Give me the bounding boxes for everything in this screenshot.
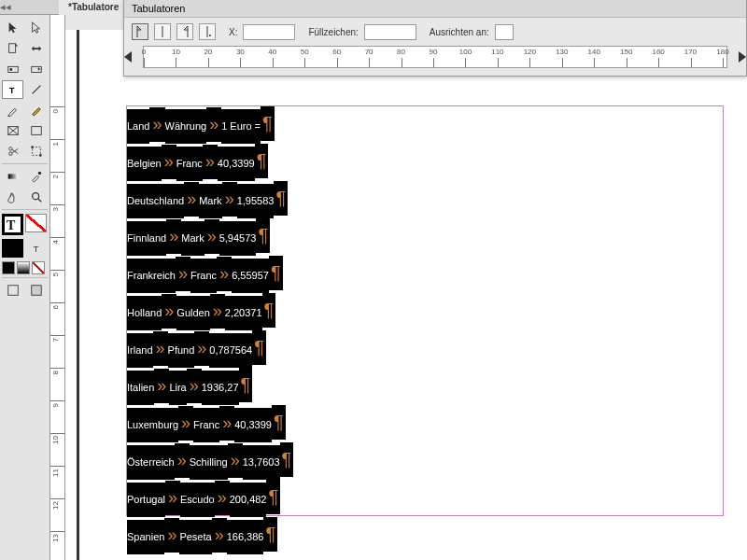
tab-ruler[interactable]: 0102030405060708090100110120130140150160… — [143, 46, 727, 68]
selection-tool[interactable] — [2, 19, 23, 37]
svg-text:T: T — [33, 244, 38, 254]
tabs-panel: Tabulatoren X: Füllzeichen: Ausrichten a… — [123, 0, 747, 77]
content-collector-tool[interactable] — [2, 60, 23, 78]
vertical-ruler: 01234567891011121314 — [50, 15, 65, 560]
text-line[interactable]: Holland»Gulden»2,20371¶ — [127, 293, 723, 330]
svg-text:T: T — [8, 85, 14, 95]
zoom-tool[interactable] — [25, 188, 47, 206]
tab-align-decimal[interactable] — [199, 23, 216, 40]
x-input[interactable] — [243, 24, 295, 40]
svg-rect-9 — [31, 127, 41, 135]
svg-rect-14 — [32, 147, 40, 156]
text-line[interactable]: Italien»Lira»1936,27¶ — [127, 368, 723, 405]
tabs-panel-controls: X: Füllzeichen: Ausrichten an: — [124, 18, 746, 46]
svg-rect-1 — [7, 66, 18, 72]
stroke-color-swatch[interactable] — [25, 214, 47, 232]
tabs-panel-title: Tabulatoren — [124, 0, 746, 18]
text-line[interactable]: Belgien»Franc»40,3399¶ — [127, 144, 723, 181]
view-mode-normal[interactable] — [2, 281, 23, 300]
align-input[interactable] — [495, 24, 514, 40]
svg-point-10 — [8, 152, 12, 156]
svg-rect-22 — [7, 286, 18, 296]
svg-rect-17 — [7, 174, 18, 178]
rectangle-tool[interactable] — [25, 121, 47, 140]
x-label: X: — [229, 27, 237, 37]
svg-point-15 — [31, 146, 34, 148]
fill-label: Füllzeichen: — [308, 27, 358, 37]
svg-point-11 — [8, 147, 12, 151]
formatting-text[interactable]: T — [25, 239, 47, 258]
text-line[interactable]: Deutschland»Mark»1,95583¶ — [127, 181, 723, 218]
svg-point-24 — [209, 35, 211, 36]
text-line[interactable]: Spanien»Peseta»166,386¶ — [127, 517, 723, 554]
pencil-tool[interactable] — [25, 101, 47, 119]
gradient-tool[interactable] — [2, 167, 23, 186]
line-tool[interactable] — [25, 80, 47, 99]
content-placer-tool[interactable] — [25, 60, 47, 78]
text-line[interactable]: Finnland»Mark»5,94573¶ — [127, 218, 723, 256]
tab-align-right[interactable] — [176, 23, 193, 40]
collapse-icon[interactable]: ◂◂ — [0, 1, 9, 13]
text-line[interactable]: Österreich»Schilling»13,7603¶ — [127, 442, 723, 480]
svg-rect-23 — [31, 286, 41, 296]
fill-color-swatch[interactable]: T — [2, 214, 23, 235]
svg-rect-0 — [8, 44, 15, 53]
svg-line-12 — [12, 149, 18, 153]
tab-align-center[interactable] — [154, 23, 171, 40]
rectangle-frame-tool[interactable] — [2, 121, 23, 140]
svg-line-5 — [32, 86, 40, 94]
tab-align-left[interactable] — [132, 23, 148, 40]
page-edge — [77, 30, 79, 560]
text-content[interactable]: Land»Währung»1 Euro =¶Belgien»Franc»40,3… — [127, 106, 723, 560]
text-line[interactable]: Irland»Pfund»0,787564¶ — [127, 330, 723, 368]
page-tool[interactable] — [2, 39, 23, 58]
svg-rect-2 — [9, 68, 12, 71]
text-line[interactable]: Land»Währung»1 Euro =¶ — [127, 106, 723, 144]
default-fill[interactable] — [2, 261, 15, 274]
svg-line-13 — [12, 148, 18, 152]
scissors-tool[interactable] — [2, 142, 23, 161]
text-line[interactable]: Frankreich»Franc»6,55957¶ — [127, 256, 723, 293]
eyedropper-tool[interactable] — [25, 167, 47, 186]
end-of-story-mark: # — [127, 554, 146, 560]
ruler-scroll-left[interactable] — [124, 51, 132, 63]
svg-point-18 — [37, 172, 41, 175]
default-gradient[interactable] — [17, 261, 30, 274]
ruler-scroll-right[interactable] — [739, 51, 746, 63]
pen-tool[interactable] — [2, 101, 23, 119]
direct-selection-tool[interactable] — [25, 19, 47, 37]
text-line[interactable]: Portugal»Escudo»200,482¶ — [127, 480, 723, 517]
default-none[interactable] — [32, 261, 45, 274]
align-label: Ausrichten an: — [430, 27, 489, 37]
hand-tool[interactable] — [2, 188, 23, 206]
document-tab[interactable]: *Tabulatore — [59, 0, 129, 15]
toolbox: T T T — [0, 15, 50, 560]
svg-line-20 — [37, 199, 41, 203]
type-tool[interactable]: T — [2, 80, 23, 99]
text-line[interactable]: Luxemburg»Franc»40,3399¶ — [127, 405, 723, 442]
view-mode-preview[interactable] — [25, 281, 47, 300]
svg-point-19 — [32, 193, 38, 200]
apply-color[interactable] — [2, 239, 23, 258]
svg-point-16 — [39, 154, 42, 157]
fill-input[interactable] — [364, 24, 416, 40]
free-transform-tool[interactable] — [25, 142, 47, 161]
text-frame[interactable]: Land»Währung»1 Euro =¶Belgien»Franc»40,3… — [126, 105, 724, 516]
gap-tool[interactable] — [25, 39, 47, 58]
